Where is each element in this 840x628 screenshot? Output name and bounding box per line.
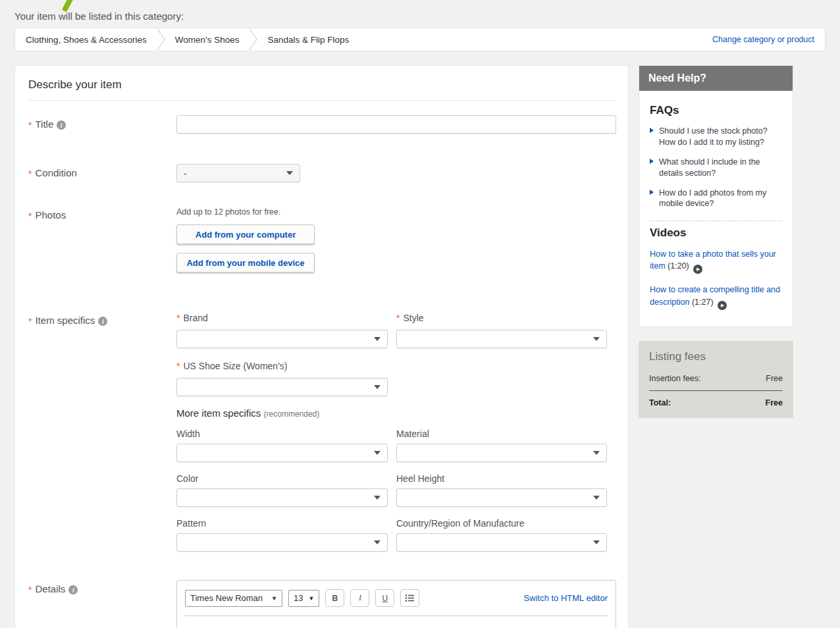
describe-item-panel: Describe your item * Title i * Condition…	[14, 65, 629, 628]
shoe-size-field: * US Shoe Size (Women's)	[176, 359, 388, 396]
pattern-dropdown[interactable]	[176, 533, 388, 552]
heel-height-dropdown[interactable]	[396, 488, 607, 507]
bold-button[interactable]: B	[325, 589, 344, 607]
need-help-header: Need Help?	[639, 66, 793, 91]
chevron-right-icon	[248, 28, 258, 51]
dropdown-arrow-icon	[374, 385, 381, 389]
info-icon[interactable]: i	[68, 585, 78, 594]
insertion-fees-value: Free	[766, 374, 783, 383]
pattern-field: Pattern	[176, 518, 388, 552]
faq-text: What should I include in the details sec…	[659, 157, 782, 179]
country-field: Country/Region of Manufacture	[396, 518, 607, 552]
info-icon[interactable]: i	[98, 317, 107, 326]
editor-toolbar: Times New Roman ▼ 13 ▼ B I U	[177, 581, 616, 615]
font-size-value: 13	[294, 593, 303, 603]
dropdown-arrow-icon	[286, 171, 293, 175]
faq-text: How do I add photos from my mobile devic…	[659, 188, 782, 210]
panel-heading: Describe your item	[28, 66, 615, 101]
font-family-value: Times New Roman	[190, 593, 263, 603]
breadcrumb-item-sandals[interactable]: Sandals & Flip Flops	[258, 35, 358, 45]
insertion-fees-label: Insertion fees:	[649, 374, 701, 383]
condition-selected-value: -	[184, 169, 186, 178]
more-item-specifics-heading: More item specifics (recommended)	[176, 407, 616, 419]
photos-hint: Add up to 12 photos for free.	[176, 207, 315, 217]
required-asterisk: *	[176, 311, 180, 325]
style-dropdown[interactable]	[396, 330, 607, 348]
dashed-divider	[650, 221, 782, 221]
dropdown-arrow-icon	[593, 337, 600, 341]
italic-button[interactable]: I	[350, 589, 369, 607]
video-duration: (1:27)	[692, 298, 714, 307]
info-icon[interactable]: i	[57, 120, 66, 130]
bullet-list-button[interactable]	[400, 589, 419, 607]
select-caret-icon: ▼	[271, 595, 277, 602]
shoe-size-label: US Shoe Size (Women's)	[183, 361, 287, 371]
play-icon[interactable]: ▶	[718, 301, 727, 310]
arrow-right-icon	[650, 190, 654, 195]
width-field: Width	[176, 429, 388, 462]
country-dropdown[interactable]	[396, 533, 607, 552]
photos-field: Add up to 12 photos for free. Add from y…	[176, 206, 315, 281]
sidebar: Need Help? FAQs Should I use the stock p…	[639, 65, 793, 418]
editor-content-area[interactable]	[177, 616, 616, 628]
title-label: Title	[35, 118, 53, 130]
faq-item-mobile-photos[interactable]: How do I add photos from my mobile devic…	[650, 188, 782, 210]
breadcrumb: Clothing, Shoes & Accessories Women's Sh…	[14, 28, 826, 51]
item-specifics-fields: * Brand * Style	[176, 311, 616, 563]
style-label: Style	[403, 313, 423, 323]
required-asterisk: *	[28, 209, 32, 223]
add-from-computer-button[interactable]: Add from your computer	[176, 224, 315, 244]
style-field: * Style	[396, 311, 607, 348]
category-header: Your item will be listed in this categor…	[0, 0, 840, 51]
condition-label-group: * Condition	[28, 164, 176, 182]
need-help-box: Need Help? FAQs Should I use the stock p…	[639, 65, 793, 327]
font-family-select[interactable]: Times New Roman ▼	[185, 590, 282, 607]
description-editor: Times New Roman ▼ 13 ▼ B I U	[176, 580, 616, 628]
change-category-link[interactable]: Change category or product	[712, 35, 814, 44]
condition-label: Condition	[35, 167, 76, 178]
details-label-group: * Details i	[28, 580, 176, 628]
item-specifics-label: Item specifics	[35, 315, 95, 326]
brand-label: Brand	[183, 313, 207, 323]
videos-heading: Videos	[650, 226, 782, 240]
condition-dropdown[interactable]: -	[176, 164, 300, 182]
brand-field: * Brand	[176, 311, 388, 348]
breadcrumb-item-clothing[interactable]: Clothing, Shoes & Accessories	[26, 35, 156, 45]
dropdown-arrow-icon	[593, 496, 600, 500]
color-field: Color	[176, 473, 388, 507]
title-input[interactable]	[176, 115, 616, 134]
required-asterisk: *	[396, 311, 400, 325]
dropdown-arrow-icon	[374, 540, 381, 544]
video-link-title[interactable]: How to create a compelling title and des…	[650, 285, 780, 306]
dropdown-arrow-icon	[593, 451, 600, 455]
play-icon[interactable]: ▶	[693, 265, 702, 274]
color-label: Color	[176, 473, 198, 484]
color-dropdown[interactable]	[176, 488, 388, 507]
video-item-title: How to create a compelling title and des…	[650, 284, 782, 309]
add-from-mobile-button[interactable]: Add from your mobile device	[176, 253, 315, 273]
select-caret-icon: ▼	[308, 595, 314, 602]
video-item-photo: How to take a photo that sells your item…	[650, 248, 782, 274]
breadcrumb-item-womens-shoes[interactable]: Women's Shoes	[166, 35, 249, 45]
category-note: Your item will be listed in this categor…	[14, 11, 826, 22]
material-field: Material	[396, 429, 607, 462]
faq-item-details-section[interactable]: What should I include in the details sec…	[650, 157, 782, 179]
width-label: Width	[176, 429, 200, 439]
material-dropdown[interactable]	[396, 444, 607, 462]
brand-dropdown[interactable]	[176, 330, 388, 348]
width-dropdown[interactable]	[176, 444, 388, 462]
title-row: * Title i	[15, 115, 628, 134]
bullet-list-icon	[405, 594, 415, 602]
dropdown-arrow-icon	[374, 337, 381, 341]
details-row: * Details i Times New Roman ▼ 13 ▼ B I	[15, 580, 628, 628]
required-asterisk: *	[28, 167, 32, 181]
underline-button[interactable]: U	[375, 589, 394, 607]
title-label-group: * Title i	[28, 115, 176, 134]
total-value: Free	[766, 398, 783, 407]
font-size-select[interactable]: 13 ▼	[288, 590, 319, 607]
faq-item-stock-photo[interactable]: Should I use the stock photo? How do I a…	[650, 126, 782, 148]
video-duration: (1:20)	[668, 261, 689, 271]
photos-label-group: * Photos	[28, 206, 176, 281]
switch-html-editor-link[interactable]: Switch to HTML editor	[524, 593, 608, 603]
shoe-size-dropdown[interactable]	[176, 378, 388, 396]
